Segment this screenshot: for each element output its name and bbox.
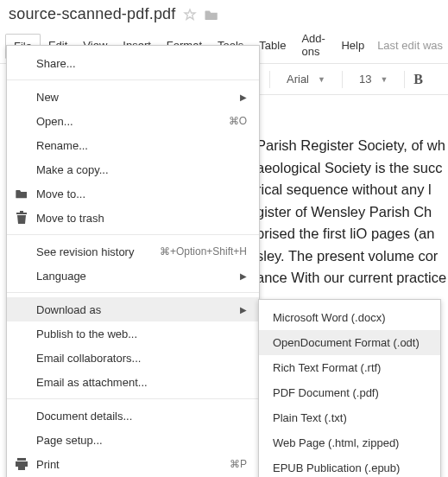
download-docx[interactable]: Microsoft Word (.docx) [259,305,440,330]
menu-email-attachment[interactable]: Email as attachment... [7,370,259,394]
download-epub[interactable]: EPUB Publication (.epub) [259,455,440,477]
last-edit-text[interactable]: Last edit was [377,39,443,52]
chevron-down-icon: ▼ [380,75,388,84]
toolbar: Arial ▼ 13 ▼ B [259,64,448,95]
menu-separator [7,234,259,235]
document-text[interactable]: Parish Register Society, of wh aeologica… [256,135,448,321]
print-icon [15,457,28,471]
text-line: rical sequence without any l [256,179,448,201]
menu-open[interactable]: Open...⌘O [7,109,259,133]
file-dropdown: Share... New▶ Open...⌘O Rename... Make a… [6,45,260,477]
menu-revision-history[interactable]: See revision history⌘+Option+Shift+H [7,239,259,264]
shortcut-text: ⌘P [230,458,247,470]
menu-rename[interactable]: Rename... [7,133,259,157]
menu-page-setup[interactable]: Page setup... [7,428,259,452]
font-size: 13 [359,73,371,86]
title-bar: source-scanned-pdf.pdf [0,0,448,27]
shortcut-text: ⌘O [229,115,247,127]
document-title[interactable]: source-scanned-pdf.pdf [9,5,176,23]
trash-icon [15,211,28,225]
submenu-arrow-icon: ▶ [240,271,247,281]
menu-move-to[interactable]: Move to... [7,181,259,206]
download-rtf[interactable]: Rich Text Format (.rtf) [259,355,440,380]
download-txt[interactable]: Plain Text (.txt) [259,405,440,430]
shortcut-text: ⌘+Option+Shift+H [160,245,247,258]
chevron-down-icon: ▼ [318,75,325,84]
menu-separator [7,80,259,80]
download-pdf[interactable]: PDF Document (.pdf) [259,380,440,405]
menu-move-trash[interactable]: Move to trash [7,206,259,230]
submenu-arrow-icon: ▶ [240,305,247,315]
menu-separator [7,398,259,399]
menu-download-as[interactable]: Download as▶ [7,297,259,321]
folder-icon[interactable] [204,8,219,22]
menu-share[interactable]: Share... [7,51,259,75]
menu-make-copy[interactable]: Make a copy... [7,157,259,181]
submenu-arrow-icon: ▶ [240,92,247,102]
menu-email-collaborators[interactable]: Email collaborators... [7,346,259,370]
font-select[interactable]: Arial ▼ [279,70,333,88]
font-name: Arial [287,73,309,86]
star-icon[interactable] [183,8,197,22]
font-size-select[interactable]: 13 ▼ [351,70,395,88]
menu-addons[interactable]: Add-ons [293,27,333,63]
text-line: prised the first liO pages (an [256,223,448,245]
toolbar-separator [269,71,270,88]
menu-print[interactable]: Print⌘P [7,452,259,476]
toolbar-separator [404,71,405,88]
toolbar-separator [342,71,343,88]
download-as-submenu: Microsoft Word (.docx) OpenDocument Form… [258,299,441,477]
menu-document-details[interactable]: Document details... [7,404,259,428]
menu-separator [7,292,259,293]
text-line: ance With our current practice [256,267,448,289]
text-line: gister of Wensley Parish Ch [256,201,448,224]
folder-move-icon [15,187,28,200]
text-line: sley. The present volume cor [256,245,448,268]
menu-help[interactable]: Help [333,34,372,57]
menu-publish-web[interactable]: Publish to the web... [7,321,259,346]
text-line: Parish Register Society, of wh [256,135,448,157]
bold-button[interactable]: B [413,72,423,87]
menu-new[interactable]: New▶ [7,85,259,109]
download-html[interactable]: Web Page (.html, zipped) [259,430,440,455]
download-odt[interactable]: OpenDocument Format (.odt) [259,330,440,355]
text-line: aeological Society is the succ [256,157,448,180]
menu-language[interactable]: Language▶ [7,264,259,288]
